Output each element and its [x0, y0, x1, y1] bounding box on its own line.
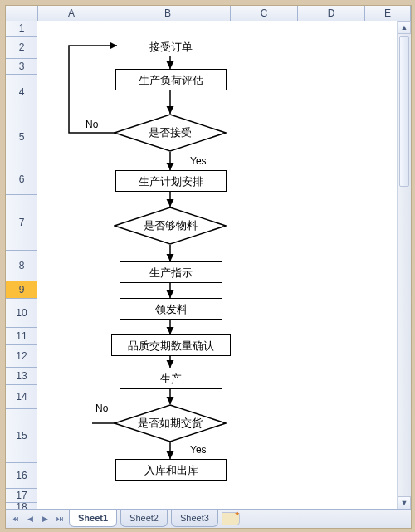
flow-node-load-eval: 生产负荷评估	[115, 69, 227, 90]
flow-node-inout-stock: 入库和出库	[115, 459, 227, 481]
flow-label-yes-2: Yes	[190, 444, 207, 456]
flow-decision-material: 是否够物料	[114, 207, 227, 245]
row-2[interactable]: 2	[6, 37, 37, 59]
row-11[interactable]: 11	[6, 328, 37, 345]
flow-decision-ontime: 是否如期交货	[114, 404, 227, 442]
scroll-down-icon[interactable]: ▼	[398, 496, 411, 510]
sheet-body[interactable]: 接受订单 生产负荷评估 是否接受 No Yes 生产计划安排 是否够物料 生产指…	[37, 21, 398, 510]
row-10[interactable]: 10	[6, 299, 37, 328]
tab-sheet3[interactable]: Sheet3	[171, 510, 218, 527]
column-headers: A B C D E	[6, 6, 411, 22]
row-3[interactable]: 3	[6, 59, 37, 75]
tab-sheet1[interactable]: Sheet1	[69, 510, 117, 527]
flow-node-instruction: 生产指示	[120, 261, 222, 283]
tab-nav-last-icon[interactable]: ⏭	[54, 513, 66, 525]
tab-sheet2[interactable]: Sheet2	[120, 510, 168, 527]
flow-label-no-1: No	[85, 119, 98, 130]
row-13[interactable]: 13	[6, 368, 37, 385]
tab-nav-first-icon[interactable]: ⏮	[9, 513, 21, 525]
flow-node-issue: 领发料	[120, 298, 222, 320]
row-15[interactable]: 15	[6, 409, 37, 463]
flow-label-no-2: No	[95, 403, 108, 414]
col-B[interactable]: B	[105, 6, 231, 21]
row-4[interactable]: 4	[6, 75, 37, 110]
row-9[interactable]: 9	[6, 281, 37, 299]
sheet-tab-bar: ⏮ ◀ ▶ ⏭ Sheet1 Sheet2 Sheet3	[6, 509, 411, 528]
row-8[interactable]: 8	[6, 251, 37, 281]
select-all-cell[interactable]	[6, 6, 38, 21]
flow-node-produce: 生产	[120, 368, 222, 389]
tab-nav-prev-icon[interactable]: ◀	[24, 513, 36, 525]
flow-label-yes-1: Yes	[190, 155, 207, 167]
row-1[interactable]: 1	[6, 21, 37, 37]
flow-node-plan: 生产计划安排	[115, 170, 227, 192]
flow-decision-accept: 是否接受	[114, 114, 227, 152]
flow-node-accept-order: 接受订单	[120, 37, 222, 56]
col-A[interactable]: A	[38, 6, 105, 21]
flow-node-quality-confirm: 品质交期数量确认	[111, 334, 231, 356]
row-16[interactable]: 16	[6, 463, 37, 489]
col-D[interactable]: D	[298, 6, 365, 21]
vertical-scrollbar[interactable]: ▲ ▼	[397, 21, 411, 510]
row-7[interactable]: 7	[6, 195, 37, 251]
scrollbar-thumb[interactable]	[399, 36, 409, 187]
new-sheet-icon[interactable]	[222, 512, 240, 525]
row-headers: 1 2 3 4 5 6 7 8 9 10 11 12 13 14 15 16 1…	[6, 21, 38, 510]
row-12[interactable]: 12	[6, 345, 37, 368]
col-E[interactable]: E	[365, 6, 411, 21]
row-14[interactable]: 14	[6, 385, 37, 409]
tab-nav-next-icon[interactable]: ▶	[39, 513, 51, 525]
scroll-up-icon[interactable]: ▲	[398, 21, 411, 34]
row-6[interactable]: 6	[6, 164, 37, 195]
row-5[interactable]: 5	[6, 110, 37, 164]
col-C[interactable]: C	[231, 6, 298, 21]
